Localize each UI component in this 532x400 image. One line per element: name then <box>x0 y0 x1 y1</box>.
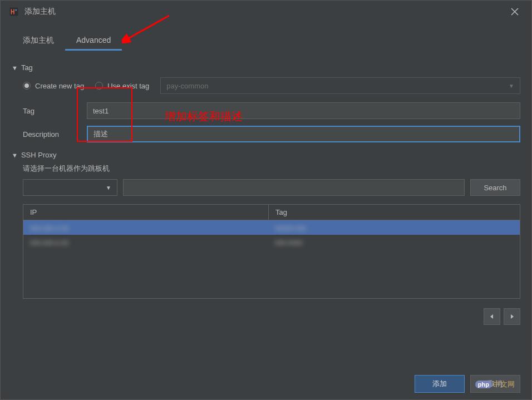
app-icon <box>9 7 19 17</box>
next-button[interactable] <box>504 308 520 325</box>
collapse-triangle-icon: ▼ <box>12 65 18 71</box>
cell-ip: xxx.xxx.x.xx <box>23 238 268 246</box>
tag-mode-radios: Create new tag Use exist tag pay-common … <box>23 77 520 94</box>
table-row[interactable]: xxx.xxx.x.xx xxxxx-xxx <box>23 220 520 235</box>
column-header-tag[interactable]: Tag <box>268 205 520 220</box>
select-placeholder: pay-common <box>166 82 208 90</box>
tag-row: Tag <box>23 102 520 119</box>
tag-section-label: Tag <box>21 63 33 72</box>
description-row: Description <box>23 126 520 142</box>
ssh-hosts-table: IP Tag xxx.xxx.x.xx xxxxx-xxx xxx.xxx.x.… <box>23 204 520 299</box>
close-icon <box>511 8 519 16</box>
radio-label: Use exist tag <box>107 82 149 90</box>
close-button[interactable] <box>506 3 523 20</box>
ssh-search-input[interactable] <box>123 179 465 196</box>
add-button[interactable]: 添加 <box>415 375 465 393</box>
radio-create-new-tag[interactable]: Create new tag <box>23 82 84 90</box>
radio-use-exist-tag[interactable]: Use exist tag <box>95 82 149 90</box>
tag-input[interactable] <box>87 102 520 119</box>
tag-section-header[interactable]: ▼ Tag <box>12 63 520 72</box>
search-button[interactable]: Search <box>470 179 520 196</box>
ssh-section-header[interactable]: ▼ SSH Proxy <box>12 151 520 159</box>
ssh-helper-text: 请选择一台机器作为跳板机 <box>23 164 520 174</box>
description-label: Description <box>23 130 87 139</box>
ssh-proxy-section: ▼ SSH Proxy 请选择一台机器作为跳板机 ▼ Search IP Tag… <box>12 151 520 299</box>
description-input[interactable] <box>87 126 520 142</box>
pagination-buttons <box>484 308 520 325</box>
tab-bar: 添加主机 Advanced <box>1 31 531 51</box>
window-title: 添加主机 <box>24 7 506 17</box>
table-header: IP Tag <box>23 205 520 220</box>
prev-button[interactable] <box>484 308 500 325</box>
add-host-dialog: 添加主机 添加主机 Advanced ▼ Tag Create new tag … <box>0 0 532 400</box>
tab-advanced[interactable]: Advanced <box>65 31 122 51</box>
table-row[interactable]: xxx.xxx.x.xx xxx-xxxx <box>23 235 520 249</box>
triangle-right-icon <box>509 314 515 319</box>
dialog-footer: 添加 取消 <box>415 375 520 393</box>
ssh-search-row: ▼ Search <box>23 179 520 196</box>
tag-label: Tag <box>23 107 87 115</box>
cancel-button[interactable]: 取消 <box>470 375 520 393</box>
triangle-left-icon <box>489 314 495 319</box>
content-area: ▼ Tag Create new tag Use exist tag pay-c… <box>1 51 531 307</box>
chevron-down-icon: ▼ <box>106 185 111 191</box>
ssh-section-label: SSH Proxy <box>21 151 57 159</box>
cell-ip: xxx.xxx.x.xx <box>23 224 268 232</box>
radio-label: Create new tag <box>35 82 84 90</box>
collapse-triangle-icon: ▼ <box>12 152 18 159</box>
ssh-filter-dropdown[interactable]: ▼ <box>23 179 117 196</box>
radio-icon <box>95 82 103 90</box>
cell-tag: xxxxx-xxx <box>268 224 313 232</box>
cell-tag: xxx-xxxx <box>268 238 309 246</box>
column-header-ip[interactable]: IP <box>23 208 268 216</box>
chevron-down-icon: ▼ <box>509 83 514 89</box>
tab-add-host[interactable]: 添加主机 <box>12 31 65 51</box>
title-bar: 添加主机 <box>1 1 531 23</box>
exist-tag-select: pay-common ▼ <box>160 77 520 94</box>
svg-point-1 <box>15 9 17 11</box>
radio-icon <box>23 82 31 90</box>
